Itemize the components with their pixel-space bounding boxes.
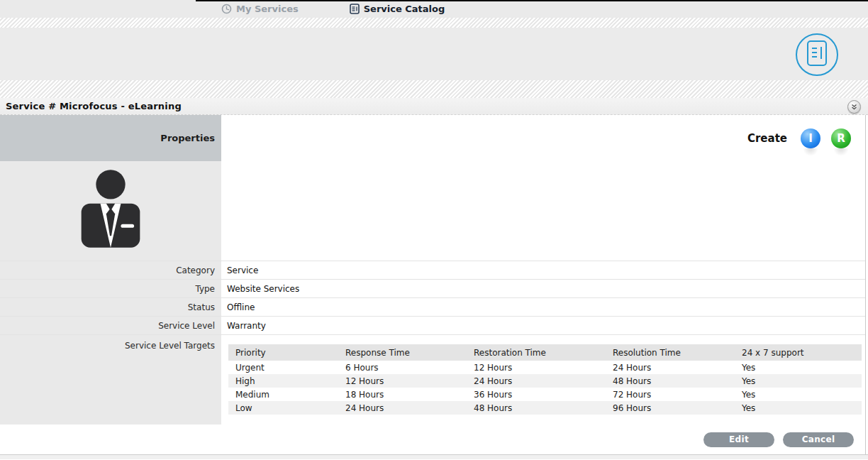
cell: 12 Hours bbox=[338, 374, 467, 388]
cell: Low bbox=[228, 401, 338, 415]
bottom-strip bbox=[0, 454, 868, 459]
field-row-category: Category Service bbox=[0, 261, 865, 279]
service-header-bar: Service # Microfocus - eLearning bbox=[0, 98, 868, 115]
service-detail-panel: Properties Create I R bbox=[0, 115, 866, 454]
request-r-icon: R bbox=[837, 132, 845, 145]
targets-label: Service Level Targets bbox=[0, 335, 221, 425]
footer-actions: Edit Cancel bbox=[0, 425, 865, 454]
avatar-row-spacer bbox=[221, 161, 865, 261]
service-level-targets-table: Priority Response Time Restoration Time … bbox=[228, 344, 862, 415]
service-manager-avatar bbox=[74, 165, 148, 256]
col-priority: Priority bbox=[228, 344, 338, 361]
cell: 72 Hours bbox=[606, 388, 735, 401]
section-header-properties: Properties bbox=[0, 115, 221, 161]
cell: Yes bbox=[735, 374, 862, 388]
field-row-service-level: Service Level Warranty bbox=[0, 316, 865, 334]
service-avatar-cell bbox=[0, 161, 221, 261]
field-label: Category bbox=[0, 261, 221, 279]
cell: Urgent bbox=[228, 361, 338, 374]
cell: 96 Hours bbox=[606, 401, 735, 415]
create-incident-button[interactable]: I bbox=[801, 128, 820, 148]
field-value: Service bbox=[221, 261, 865, 279]
field-label: Type bbox=[0, 280, 221, 297]
cell: Yes bbox=[735, 361, 862, 374]
cell: Yes bbox=[735, 388, 862, 401]
service-level-targets-row: Service Level Targets Priority Response … bbox=[0, 334, 865, 425]
catalog-icon bbox=[350, 4, 360, 14]
create-label: Create bbox=[747, 132, 787, 145]
create-actions: Create I R bbox=[221, 115, 865, 161]
col-24x7-support: 24 x 7 support bbox=[735, 344, 862, 361]
tab-label: Service Catalog bbox=[364, 4, 445, 14]
cell: 18 Hours bbox=[338, 388, 467, 401]
edit-button[interactable]: Edit bbox=[703, 432, 774, 447]
cell: 24 Hours bbox=[606, 361, 735, 374]
properties-label: Properties bbox=[160, 133, 215, 143]
field-value: Website Services bbox=[221, 280, 865, 297]
cell: 48 Hours bbox=[606, 374, 735, 388]
collapse-double-chevron-icon bbox=[850, 100, 858, 114]
field-label: Service Level bbox=[0, 317, 221, 334]
cell: Medium bbox=[228, 388, 338, 401]
table-row: Medium 18 Hours 36 Hours 72 Hours Yes bbox=[228, 388, 862, 401]
cancel-button[interactable]: Cancel bbox=[783, 432, 854, 447]
top-tab-bar: My Services Service Catalog bbox=[0, 0, 868, 18]
field-row-type: Type Website Services bbox=[0, 279, 865, 297]
cell: 48 Hours bbox=[467, 401, 606, 415]
incident-i-icon: I bbox=[808, 132, 813, 145]
hatch-band-bottom bbox=[0, 80, 868, 98]
col-restoration-time: Restoration Time bbox=[467, 344, 606, 361]
col-response-time: Response Time bbox=[338, 344, 467, 361]
field-row-status: Status Offline bbox=[0, 297, 865, 316]
service-catalog-document-icon bbox=[805, 39, 829, 70]
field-value: Offline bbox=[221, 298, 865, 316]
tab-label: My Services bbox=[236, 4, 299, 14]
field-value: Warranty bbox=[221, 317, 865, 334]
cell: 24 Hours bbox=[467, 374, 606, 388]
cell: 12 Hours bbox=[467, 361, 606, 374]
table-row: Low 24 Hours 48 Hours 96 Hours Yes bbox=[228, 401, 862, 415]
cell: 6 Hours bbox=[338, 361, 467, 374]
collapse-button[interactable] bbox=[847, 100, 861, 114]
table-header-row: Priority Response Time Restoration Time … bbox=[228, 344, 862, 361]
tab-my-services[interactable]: My Services bbox=[221, 4, 299, 14]
table-row: Urgent 6 Hours 12 Hours 24 Hours Yes bbox=[228, 361, 862, 374]
banner bbox=[0, 28, 868, 80]
tab-service-catalog[interactable]: Service Catalog bbox=[350, 4, 445, 14]
col-resolution-time: Resolution Time bbox=[606, 344, 735, 361]
cell: 36 Hours bbox=[467, 388, 606, 401]
cell: 24 Hours bbox=[338, 401, 467, 415]
hatch-band-top bbox=[0, 18, 868, 28]
clock-icon bbox=[221, 4, 232, 14]
create-request-button[interactable]: R bbox=[831, 128, 851, 148]
service-catalog-circle-button[interactable] bbox=[796, 33, 838, 76]
field-label: Status bbox=[0, 298, 221, 316]
table-row: High 12 Hours 24 Hours 48 Hours Yes bbox=[228, 374, 862, 388]
cell: High bbox=[228, 374, 338, 388]
cell: Yes bbox=[735, 401, 862, 415]
service-title: Service # Microfocus - eLearning bbox=[0, 101, 182, 111]
